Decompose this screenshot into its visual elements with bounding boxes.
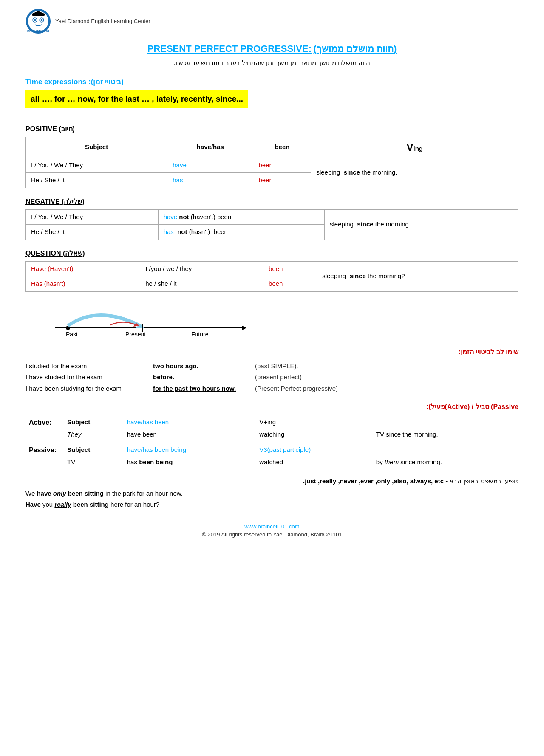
svg-rect-6: [32, 14, 44, 16]
word-expr-section: :יופיעו במשפט באופן הבא - just ,really ,…: [26, 477, 518, 510]
subtitle: הווה מושלם ממושך מתאר זמן משך זמן שהתחיל…: [26, 58, 518, 68]
ap-ad-subject: They: [64, 429, 124, 441]
col-subject: Subject: [26, 137, 167, 158]
negative-title: NEGATIVE (שלילה): [26, 197, 518, 207]
we1-been-sitting: been sitting: [66, 490, 104, 497]
svg-point-4: [34, 19, 36, 21]
svg-text:Past: Past: [66, 331, 78, 338]
svg-marker-11: [242, 326, 246, 330]
q-have-2: Has (hasn't): [26, 276, 140, 292]
active-passive-table: Active: Subject have/has been V+ing They…: [26, 416, 518, 468]
ex3-left: I have been studying for the exam: [26, 384, 144, 394]
ap-ah-rest: [373, 416, 518, 429]
neg-subject-1: I / You / We / They: [26, 209, 159, 225]
we1-have: have: [37, 490, 53, 497]
ap-ad-havhas: have been: [124, 429, 256, 441]
q-row-1: Have (Haven't) I /you / we / they been s…: [26, 261, 518, 276]
neg-ving-combined: sleeping since the morning.: [325, 209, 518, 240]
footer: www.braincell101.com © 2019 All rights r…: [26, 522, 518, 539]
time-expr-values: all …, for … now, for the last … , latel…: [26, 90, 248, 108]
q-subject-1: I /you / we / they: [140, 261, 264, 276]
passive-label: Passive:: [26, 444, 64, 468]
ex2-right: (present perfect): [255, 372, 302, 382]
main-title-english: PRESENT PERFECT PROGRESSIVE:: [147, 43, 312, 54]
positive-title: POSITIVE (חיוב): [26, 124, 518, 134]
footer-website-link[interactable]: www.braincell101.com: [244, 523, 299, 530]
question-english: QUESTION: [26, 250, 61, 257]
ap-ad-ving: watching: [256, 429, 373, 441]
word-expr-heading: :יופיעו במשפט באופן הבא - just ,really ,…: [26, 477, 518, 486]
we2-rest-pre: you: [41, 501, 55, 508]
ex2-middle: before.: [153, 372, 246, 382]
pos-subject-1: I / You / We / They: [26, 158, 167, 173]
ap-heading: :(פעיל(Active) / סביל (Passive: [26, 402, 518, 412]
ap-pd-havhas: has been being: [124, 456, 256, 468]
word-expr-example-1: We have only been sitting in the park fo…: [26, 489, 518, 499]
positive-hebrew: (חיוב): [59, 125, 75, 133]
word-expr-example-2: Have you really been sitting here for an…: [26, 500, 518, 510]
ap-ad-rest: TV since the morning.: [373, 429, 518, 441]
ap-ah-ving: V+ing: [256, 416, 373, 429]
we2-rest-post: here for an hour?: [109, 501, 159, 508]
we1-rest: in the park for an hour now.: [104, 490, 183, 497]
example-row-3: I have been studying for the exam for th…: [26, 384, 518, 394]
ap-ph-havhas: have/has been being: [124, 444, 256, 456]
question-table: Have (Haven't) I /you / we / they been s…: [26, 261, 518, 292]
ex1-middle: two hours ago.: [153, 361, 246, 371]
ex1-right: (past SIMPLE).: [255, 361, 298, 371]
q-have-1: Have (Haven't): [26, 261, 140, 276]
examples-block: I studied for the exam two hours ago. (p…: [26, 361, 518, 394]
timeline-diagram: Past Present Future: [26, 300, 518, 339]
svg-text:BRAINCELL101: BRAINCELL101: [27, 30, 49, 33]
neg-havhas-2: has not (hasn't) been: [158, 225, 324, 240]
pos-havhas-1: have: [167, 158, 253, 173]
pos-subject-2: He / She / It: [26, 173, 167, 188]
we1-only: only: [53, 490, 66, 497]
ap-ph-subject: Subject: [64, 444, 124, 456]
svg-point-5: [41, 19, 43, 21]
neg-havhas-1: have not (haven't) been: [158, 209, 324, 225]
pos-been-2: been: [253, 173, 311, 188]
pos-ving-combined: sleeping since the morning.: [311, 158, 518, 188]
braincell-logo-icon: BRAINCELL101: [26, 8, 51, 34]
we2-have: Have: [26, 501, 41, 508]
q-been-1: been: [264, 261, 317, 276]
svg-text:Present: Present: [125, 331, 146, 338]
ap-passive-header-row: Passive: Subject have/has been being V3(…: [26, 444, 518, 456]
we2-really: really: [54, 501, 71, 508]
we2-been-sitting: been sitting: [71, 501, 109, 508]
org-name: Yael Diamond English Learning Center: [55, 17, 150, 25]
word-expr-rtl-text: :יופיעו במשפט באופן הבא - just ,really ,…: [303, 477, 518, 485]
ap-active-data-row: They have been watching TV since the mor…: [26, 429, 518, 441]
timeline-svg: Past Present Future: [42, 300, 255, 339]
positive-table: Subject have/has been Ving I / You / We …: [26, 137, 518, 188]
question-hebrew: (שאלה): [63, 250, 85, 257]
ap-pd-rest: by them since morning.: [373, 456, 518, 468]
col-havhas: have/has: [167, 137, 253, 158]
ap-pd-ving: watched: [256, 456, 373, 468]
ap-spacer: [26, 440, 518, 444]
attention-heading: :שימו לב לביטויי הזמן: [26, 347, 518, 357]
negative-english: NEGATIVE: [26, 198, 60, 205]
negative-hebrew: (שלילה): [62, 198, 85, 205]
pos-been-1: been: [253, 158, 311, 173]
ap-active-header-row: Active: Subject have/has been V+ing: [26, 416, 518, 429]
ex3-right: (Present Perfect progressive): [255, 384, 338, 394]
time-expr-values-box: all …, for … now, for the last … , latel…: [26, 90, 518, 117]
question-title: QUESTION (שאלה): [26, 248, 518, 259]
svg-text:Future: Future: [191, 331, 209, 338]
ex3-middle: for the past two hours now.: [153, 384, 246, 394]
neg-subject-2: He / She / It: [26, 225, 159, 240]
ex1-left: I studied for the exam: [26, 361, 144, 371]
example-row-2: I have studied for the exam before. (pre…: [26, 372, 518, 382]
col-ving: Ving: [311, 137, 518, 158]
positive-english: POSITIVE: [26, 125, 57, 133]
we1-pre: We: [26, 490, 37, 497]
q-ving-combined: sleeping since the morning?: [317, 261, 518, 291]
header: BRAINCELL101 Yael Diamond English Learni…: [26, 8, 518, 34]
ap-ph-ving: V3(past participle): [256, 444, 373, 456]
example-row-1: I studied for the exam two hours ago. (p…: [26, 361, 518, 371]
word-expr-label: just ,really ,never ,ever ,only ,also, a…: [303, 477, 444, 485]
ap-ah-subject: Subject: [64, 416, 124, 429]
q-subject-2: he / she / it: [140, 276, 264, 292]
